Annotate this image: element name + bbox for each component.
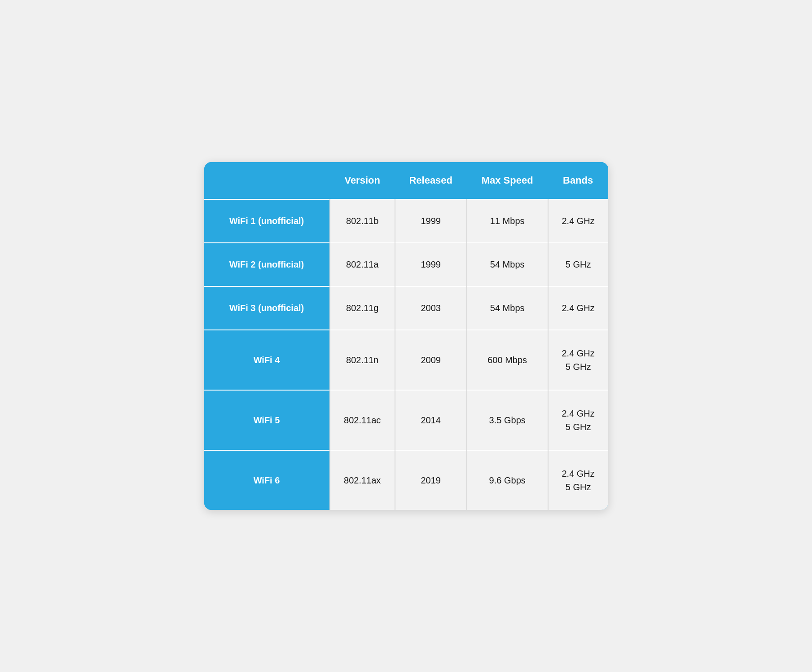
table-row: WiFi 6802.11ax20199.6 Gbps2.4 GHz5 GHz [204,450,608,510]
row-released: 2014 [395,390,467,450]
header-bands: Bands [548,162,608,199]
row-wifi-name: WiFi 1 (unofficial) [204,199,330,243]
wifi-standards-table: Version Released Max Speed Bands WiFi 1 … [204,162,608,510]
table-row: WiFi 5802.11ac20143.5 Gbps2.4 GHz5 GHz [204,390,608,450]
row-wifi-name: WiFi 3 (unofficial) [204,286,330,330]
header-max-speed: Max Speed [467,162,548,199]
row-released: 1999 [395,199,467,243]
table-row: WiFi 3 (unofficial)802.11g200354 Mbps2.4… [204,286,608,330]
row-bands: 2.4 GHz5 GHz [548,330,608,390]
row-bands: 2.4 GHz5 GHz [548,390,608,450]
row-version: 802.11ac [330,390,395,450]
row-version: 802.11a [330,243,395,286]
row-max-speed: 3.5 Gbps [467,390,548,450]
row-released: 1999 [395,243,467,286]
row-max-speed: 54 Mbps [467,243,548,286]
table-row: WiFi 4802.11n2009600 Mbps2.4 GHz5 GHz [204,330,608,390]
row-bands: 5 GHz [548,243,608,286]
row-max-speed: 600 Mbps [467,330,548,390]
row-version: 802.11g [330,286,395,330]
row-wifi-name: WiFi 2 (unofficial) [204,243,330,286]
table-header-row: Version Released Max Speed Bands [204,162,608,199]
row-wifi-name: WiFi 5 [204,390,330,450]
row-max-speed: 11 Mbps [467,199,548,243]
header-released: Released [395,162,467,199]
row-version: 802.11b [330,199,395,243]
row-max-speed: 9.6 Gbps [467,450,548,510]
row-bands: 2.4 GHz [548,286,608,330]
header-name [204,162,330,199]
header-version: Version [330,162,395,199]
row-max-speed: 54 Mbps [467,286,548,330]
row-wifi-name: WiFi 6 [204,450,330,510]
row-bands: 2.4 GHz [548,199,608,243]
row-wifi-name: WiFi 4 [204,330,330,390]
table-row: WiFi 2 (unofficial)802.11a199954 Mbps5 G… [204,243,608,286]
table-row: WiFi 1 (unofficial)802.11b199911 Mbps2.4… [204,199,608,243]
row-released: 2009 [395,330,467,390]
row-version: 802.11ax [330,450,395,510]
row-bands: 2.4 GHz5 GHz [548,450,608,510]
row-released: 2003 [395,286,467,330]
row-version: 802.11n [330,330,395,390]
row-released: 2019 [395,450,467,510]
